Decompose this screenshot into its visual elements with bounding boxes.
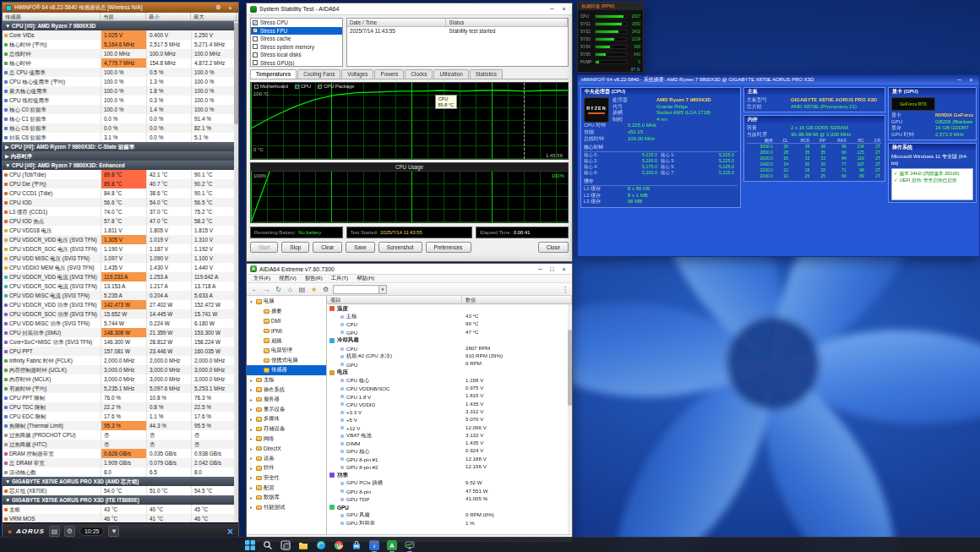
sensor-row[interactable]: CPU IOD56.6 °C54.0 °C56.5 °C [3, 198, 238, 207]
tab-powers[interactable]: Powers [374, 69, 404, 79]
legend-item[interactable]: ✓CPU Package [318, 84, 354, 89]
sensor-row[interactable]: VRM MOS46 °C41 °C46 °C [3, 514, 238, 522]
sensor-row[interactable]: 核心 C0 驻留率100.0 %1.4 %100.0 % [3, 105, 238, 114]
stress-option[interactable]: ✓Stress FPU [251, 27, 342, 36]
hwinfo-scrollbar[interactable] [234, 21, 238, 522]
tree-item-网络[interactable]: ▸网络 [247, 434, 326, 444]
sensor-item-row[interactable]: CPU VDDIO1.435 V [327, 401, 572, 408]
tree-item-便携式电脑[interactable]: 便携式电脑 [247, 356, 326, 366]
minimize-icon[interactable]: ─ [536, 265, 545, 273]
sensor-row[interactable]: CPU VDDIO MEM 电压 (SVI3 TFN)1.435 V1.430 … [3, 263, 238, 272]
sensor-item-row[interactable]: GPU 核心0.924 V [327, 447, 572, 455]
fan-panel-titlebar[interactable]: 风扇转速 (RPM) [578, 3, 643, 10]
aida64-titlebar[interactable]: A AIDA64 Extreme v7.60.7300 ─ □ × [247, 264, 572, 275]
sensor-section-header[interactable]: ▼ GIGABYTE X870E AORUS PRO X3D (ITE IT86… [3, 495, 238, 505]
sensor-section-header[interactable]: ▼ GIGABYTE X870E AORUS PRO X3D (AMD 芯片组) [3, 477, 238, 486]
sensor-item-row[interactable]: +5 V5.070 V [327, 416, 572, 424]
sensor-row[interactable]: 核心 C6 驻留率0.0 %0.0 %82.1 % [3, 123, 238, 133]
close-button[interactable]: Close [538, 242, 569, 253]
tree-item-数据库[interactable]: ▸数据库 [247, 493, 326, 503]
sensor-section-header[interactable]: ▶ CPU [#0]: AMD Ryzen 7 9800X3D: C-State… [3, 142, 238, 151]
sensor-item-row[interactable]: GPU 8-pin47.551 W [327, 488, 572, 495]
checkbox[interactable] [253, 44, 258, 49]
tree-item-软件[interactable]: ▸软件 [247, 463, 326, 473]
sensor-row[interactable]: 内存控制器时钟 (UCLK)3,000.0 MHz3,000.0 MHz3,00… [3, 365, 238, 374]
sensor-section-header[interactable]: ▶ 内存时序 [3, 151, 238, 161]
sensor-item-row[interactable]: GPU TDP41.005 % [327, 495, 572, 503]
legend-checkbox[interactable]: ✓ [295, 85, 299, 89]
hwinfo-close-icon[interactable]: × [226, 4, 235, 12]
tree-item-安全性[interactable]: ▸安全性 [247, 473, 326, 484]
sensor-row[interactable]: Core VIDs1.025 V0.400 V1.250 V [3, 30, 238, 40]
hwinfo-taskbar-icon[interactable]: i [368, 539, 380, 551]
menu-item[interactable]: 视图(V) [275, 275, 300, 282]
stability-titlebar[interactable]: System Stability Test - AIDA64 ─ × [247, 3, 572, 15]
sensor-item-row[interactable]: GPU 8-pin #212.156 V [327, 463, 572, 471]
col-value[interactable]: 数值 [462, 296, 572, 305]
sensor-item-row[interactable]: GPU 利用率1 % [327, 520, 572, 525]
tree-item-电源管理[interactable]: 电源管理 [247, 346, 326, 356]
close-button[interactable]: × [227, 526, 233, 538]
stop-button[interactable]: Stop [281, 242, 309, 253]
tree-item-显示设备[interactable]: ▸显示设备 [247, 405, 326, 415]
hwinfo-settings-icon[interactable]: ⚙ [214, 4, 223, 12]
tab-utilization[interactable]: Utilization [433, 69, 468, 79]
settings-button[interactable]: ⚙ [64, 526, 75, 537]
task-view-taskbar-icon[interactable] [280, 539, 291, 551]
menu-item[interactable]: 工具(T) [328, 275, 351, 282]
sensor-row[interactable]: CPU VDDCR_VDD 电流 (SVI3 TFN)119.233 A1.25… [3, 272, 238, 281]
minimize-icon[interactable]: ─ [955, 76, 964, 84]
sensor-row[interactable]: CPU Die (平均)89.8 °C40.7 °C90.2 °C [3, 179, 238, 189]
settings-icon[interactable]: ⚙ [321, 285, 330, 294]
monitor-taskbar-icon[interactable] [404, 539, 416, 551]
sensor-row[interactable]: CPU EDC 限制17.6 %1.1 %17.6 % [3, 412, 238, 421]
stress-option[interactable]: ✓Stress CPU [251, 19, 342, 27]
sensor-row[interactable]: CPU TDC 限制22.2 %0.8 %22.5 % [3, 402, 238, 412]
summary-titlebar[interactable]: HWiNFO® 64 v8.22-5840 - 系统摘要: AMD Ryzen … [578, 75, 979, 85]
tree-item-摘要[interactable]: 摘要 [247, 307, 326, 317]
sensor-item-row[interactable]: +3.3 V3.312 V [327, 408, 572, 416]
search-taskbar-icon[interactable] [262, 539, 274, 551]
save-button[interactable]: ▼ [108, 526, 119, 537]
sensor-row[interactable]: CPU VDD MISC 功率 (SVI3 TFN)5.744 W0.224 W… [3, 319, 238, 328]
store-taskbar-icon[interactable] [351, 539, 362, 551]
clear-button[interactable]: Clear [313, 242, 342, 253]
start-taskbar-icon[interactable] [244, 539, 256, 551]
sensor-row[interactable]: 核心时钟4,779.7 MHz154.8 MHz4,872.2 MHz [3, 58, 238, 68]
tree-item-主板[interactable]: ▸主板 [247, 375, 326, 385]
panel-scrollbar[interactable] [568, 304, 572, 534]
aida64-taskbar-icon[interactable]: A [386, 539, 398, 551]
home-icon[interactable]: ⌂ [286, 285, 295, 294]
sensor-row[interactable]: CPU VDDCR_SOC 电压 (SVI3 TFN)1.190 V1.187 … [3, 244, 238, 254]
close-icon[interactable]: × [966, 76, 976, 84]
sensor-row[interactable]: CPU 核心使用率 (平均)100.0 %1.3 %100.0 % [3, 77, 238, 86]
sensor-row[interactable]: 总 DRAM 带宽1.909 GB/s0.079 GB/s2.042 GB/s [3, 458, 238, 467]
sensor-row[interactable]: DRAM 控制器带宽0.626 GB/s0.035 GB/s0.938 GB/s [3, 449, 238, 458]
preferences-button[interactable]: Preferences [426, 242, 471, 253]
sensor-row[interactable]: 有效时钟 (平均)5,235.1 MHz5,097.6 MHz5,253.1 M… [3, 384, 238, 393]
save-button[interactable]: Save [346, 242, 374, 253]
sensor-item-row[interactable]: 机箱 #2 (CPU 水冷)910 RPM (39%) [327, 353, 572, 360]
tab-voltages[interactable]: Voltages [341, 69, 373, 79]
legend-item[interactable]: Motherboard [254, 84, 288, 89]
sensor-row[interactable]: CPU VDD MISC 电流 (SVI3 TFN)5.235 A0.204 A… [3, 291, 238, 300]
sensor-row[interactable]: 主板43 °C40 °C45 °C [3, 505, 238, 514]
sensor-row[interactable]: 热限制 (Thermal Limit)95.3 %44.3 %95.5 % [3, 421, 238, 430]
report-icon[interactable]: ▤ [297, 285, 307, 294]
col-current[interactable]: 当前 [101, 13, 146, 20]
stress-option[interactable]: Stress system memory [251, 43, 342, 52]
graph-button[interactable]: ▤ [49, 526, 60, 537]
tree-item-性能测试[interactable]: ▸性能测试 [247, 502, 326, 512]
stress-option[interactable]: Stress GPU(s) [251, 59, 342, 68]
col-sensor[interactable]: 传感器 [3, 13, 101, 20]
sensor-row[interactable]: 核心时钟 (平均)5,164.6 MHz2,517.5 MHz5,271.4 M… [3, 40, 238, 49]
forward-icon[interactable]: → [262, 285, 271, 294]
tree-item-DMI[interactable]: DMI [247, 316, 326, 326]
sensor-row[interactable]: 总线时钟100.0 MHz100.0 MHz100.0 MHz [3, 49, 238, 58]
sensor-row[interactable]: Core+SoC+MISC 功率 (SVI3 TFN)146.300 W28.8… [3, 337, 238, 347]
sensor-row[interactable]: 过热降频 (PROCHOT CPU)否否否 [3, 430, 238, 440]
sensor-row[interactable]: CPU VDD MISC 电压 (SVI3 TFN)1.097 V1.090 V… [3, 254, 238, 263]
sensor-item-row[interactable]: CPU 核心1.158 V [327, 377, 572, 385]
sensor-row[interactable]: 内存时钟 (MCLK)3,000.0 MHz3,000.0 MHz3,000.0… [3, 374, 238, 384]
file-explorer-taskbar-icon[interactable] [297, 539, 309, 551]
